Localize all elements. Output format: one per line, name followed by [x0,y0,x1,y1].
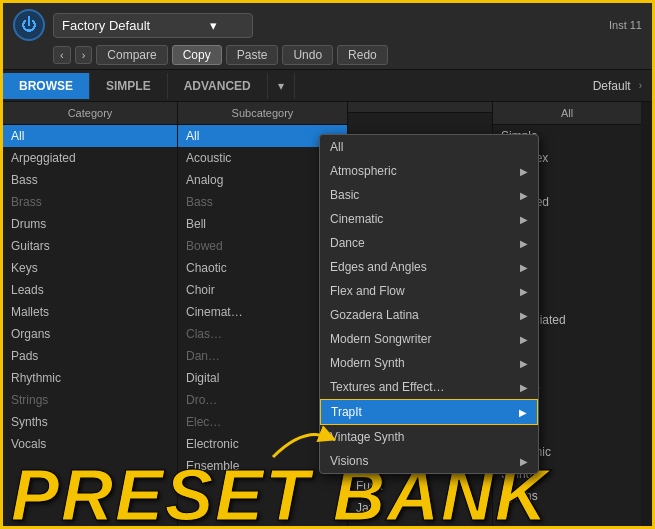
list-item[interactable]: Organs [3,323,177,345]
list-item[interactable]: Guitars [3,235,177,257]
arrow-icon: ▶ [520,310,528,321]
paste-button[interactable]: Paste [226,45,279,65]
list-item[interactable]: Drums [3,213,177,235]
list-item[interactable]: Mallets [3,301,177,323]
dropdown-item-vintage-synth[interactable]: Vintage Synth [320,425,538,449]
tab-browse[interactable]: BROWSE [3,73,90,99]
preset-name: Factory Default [62,18,150,33]
arrow-icon: ▶ [520,286,528,297]
arrow-icon: ▶ [520,358,528,369]
list-item[interactable]: Funk [348,475,492,497]
category-column: Category All Arpeggiated Bass Brass Drum… [3,102,178,529]
list-item[interactable]: Bass [3,169,177,191]
dropdown-item-flex[interactable]: Flex and Flow ▶ [320,279,538,303]
arrow-icon: ▶ [520,166,528,177]
redo-button[interactable]: Redo [337,45,388,65]
dropdown-item-modern-synth[interactable]: Modern Synth ▶ [320,351,538,375]
list-item[interactable]: Keys [3,257,177,279]
subcategory-header: Subcategory [178,102,347,125]
result-header: All [493,102,641,125]
arrow-icon: ▶ [520,214,528,225]
arrow-icon: ▶ [520,238,528,249]
dropdown-item-gozadera[interactable]: Gozadera Latina ▶ [320,303,538,327]
category-header: Category [3,102,177,125]
arrow-icon: ▶ [520,456,528,467]
list-item[interactable]: Strings [3,389,177,411]
tab-dropdown-arrow[interactable]: ▾ [268,73,295,99]
list-item[interactable]: Rhythmic [3,367,177,389]
preset-dropdown[interactable]: Factory Default ▾ [53,13,253,38]
default-selector[interactable]: Default › [583,79,652,93]
list-item[interactable]: Pads [3,345,177,367]
nav-forward-button[interactable]: › [75,46,93,64]
nav-back-button[interactable]: ‹ [53,46,71,64]
top-bar: ⏻ Factory Default ▾ Inst 11 ‹ › Compare … [3,3,652,70]
main-content: Category All Arpeggiated Bass Brass Drum… [3,102,652,529]
power-button[interactable]: ⏻ [13,9,45,41]
tab-advanced[interactable]: ADVANCED [168,73,268,99]
list-item[interactable]: Synths [3,411,177,433]
list-item[interactable]: Synths [493,485,641,507]
arrow-icon: ▶ [520,190,528,201]
dropdown-item-edges[interactable]: Edges and Angles ▶ [320,255,538,279]
dropdown-item-textures[interactable]: Textures and Effect… ▶ [320,375,538,399]
dropdown-item-cinematic[interactable]: Cinematic ▶ [320,207,538,231]
list-item[interactable]: Arpeggiated [3,147,177,169]
inst-label: Inst 11 [609,19,642,31]
power-icon: ⏻ [21,17,37,33]
arrow-icon: ▶ [519,407,527,418]
list-item[interactable]: Leads [3,279,177,301]
dropdown-arrow-icon: ▾ [210,18,217,33]
list-item[interactable]: All [3,125,177,147]
dropdown-item-atmospheric[interactable]: Atmospheric ▶ [320,159,538,183]
arrow-icon: ▶ [520,382,528,393]
browse-tabs: BROWSE SIMPLE ADVANCED ▾ Default › [3,70,652,102]
dropdown-item-visions[interactable]: Visions ▶ [320,449,538,473]
dropdown-item-basic[interactable]: Basic ▶ [320,183,538,207]
arrow-icon: ▶ [520,262,528,273]
dropdown-item-trapit[interactable]: TrapIt ▶ [320,399,538,425]
copy-button[interactable]: Copy [172,45,222,65]
list-item[interactable]: Jazz [348,497,492,519]
list-item[interactable]: Vocals [3,433,177,455]
list-item[interactable]: Brass [3,191,177,213]
dropdown-item-all[interactable]: All [320,135,538,159]
default-arrow-icon: › [639,80,642,91]
compare-button[interactable]: Compare [96,45,167,65]
tab-simple[interactable]: SIMPLE [90,73,168,99]
undo-button[interactable]: Undo [282,45,333,65]
dropdown-item-modern-songwriter[interactable]: Modern Songwriter ▶ [320,327,538,351]
default-label: Default [593,79,631,93]
style-header [348,102,492,113]
category-list: All Arpeggiated Bass Brass Drums Guitars… [3,125,177,529]
arrow-icon: ▶ [520,334,528,345]
dropdown-item-dance[interactable]: Dance ▶ [320,231,538,255]
style-dropdown: All Atmospheric ▶ Basic ▶ Cinematic ▶ Da… [319,134,539,474]
